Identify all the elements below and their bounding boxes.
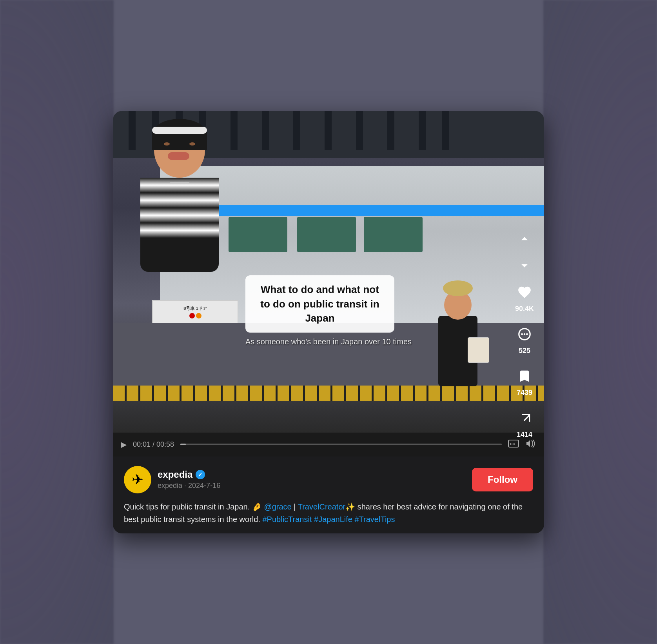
- follow-button[interactable]: Follow: [472, 468, 533, 491]
- verified-badge: ✓: [196, 470, 205, 479]
- nav-up-button[interactable]: [514, 229, 535, 249]
- share-count: 1414: [517, 431, 532, 439]
- video-description: Quick tips for public transit in Japan. …: [124, 500, 533, 526]
- progress-fill: [180, 444, 186, 445]
- video-card: 8号車 1ドア: [113, 111, 544, 533]
- creator-person: [125, 123, 234, 319]
- beam: [356, 111, 363, 150]
- nav-down-button[interactable]: [514, 255, 535, 276]
- bottom-info: ✈ expedia ✓ expedia · 2024-7-16 Follow Q…: [113, 457, 544, 533]
- hashtag-publictransit[interactable]: #PublicTransit: [262, 515, 312, 524]
- sidebar-actions: 90.4K 525 7439 1414: [505, 221, 544, 458]
- beam: [442, 111, 449, 150]
- beam: [419, 111, 426, 150]
- beam: [262, 111, 269, 150]
- train-window: [297, 217, 356, 252]
- avatar-icon: ✈: [132, 471, 143, 488]
- comment-action: 525: [514, 324, 535, 355]
- mention-grace[interactable]: @grace: [264, 502, 291, 511]
- beam: [387, 111, 394, 150]
- bookmark-icon[interactable]: [514, 366, 535, 386]
- account-row: ✈ expedia ✓ expedia · 2024-7-16 Follow: [124, 466, 533, 493]
- share-icon[interactable]: [514, 408, 535, 428]
- svg-point-2: [524, 333, 526, 335]
- account-handle: expedia · 2024-7-16: [158, 482, 466, 490]
- time-display: 00:01 / 00:58: [133, 440, 174, 449]
- avatar[interactable]: ✈: [124, 466, 151, 493]
- train-window: [229, 217, 287, 252]
- svg-point-3: [526, 333, 528, 335]
- comment-icon[interactable]: [514, 324, 535, 344]
- side-blur-right: [543, 0, 657, 644]
- subtitle-container: What to do and what not to do on public …: [245, 275, 412, 346]
- progress-bar-area: ▶ 00:01 / 00:58 CC: [113, 433, 544, 457]
- heart-icon[interactable]: [514, 282, 535, 302]
- video-frame[interactable]: 8号車 1ドア: [113, 111, 544, 433]
- account-name: expedia: [158, 469, 192, 480]
- chevron-up-icon[interactable]: [514, 229, 535, 249]
- train-window: [364, 217, 423, 252]
- main-caption: What to do and what not to do on public …: [245, 275, 394, 332]
- side-blur-left: [0, 0, 114, 644]
- comment-count: 525: [519, 347, 530, 355]
- play-button[interactable]: ▶: [121, 440, 127, 449]
- bookmark-action: 7439: [514, 366, 535, 397]
- platform-edge: [113, 386, 544, 401]
- like-action: 90.4K: [514, 282, 535, 313]
- account-name-row: expedia ✓: [158, 469, 466, 480]
- hashtag-traveltips[interactable]: #TravelTips: [354, 515, 395, 524]
- hashtag-japanlife[interactable]: #JapanLife: [314, 515, 352, 524]
- chevron-down-icon[interactable]: [514, 255, 535, 276]
- beam: [293, 111, 300, 150]
- beam: [325, 111, 332, 150]
- sub-caption: As someone who's been in Japan over 10 t…: [245, 337, 412, 346]
- account-info: expedia ✓ expedia · 2024-7-16: [158, 469, 466, 490]
- share-action: 1414: [514, 408, 535, 439]
- like-count: 90.4K: [515, 305, 534, 313]
- mention-creator[interactable]: TravelCreator✨: [298, 502, 356, 511]
- progress-track[interactable]: [180, 444, 502, 445]
- bookmark-count: 7439: [517, 389, 532, 397]
- background-person: [427, 261, 489, 386]
- svg-point-1: [521, 333, 523, 335]
- video-section: 8号車 1ドア: [113, 111, 544, 433]
